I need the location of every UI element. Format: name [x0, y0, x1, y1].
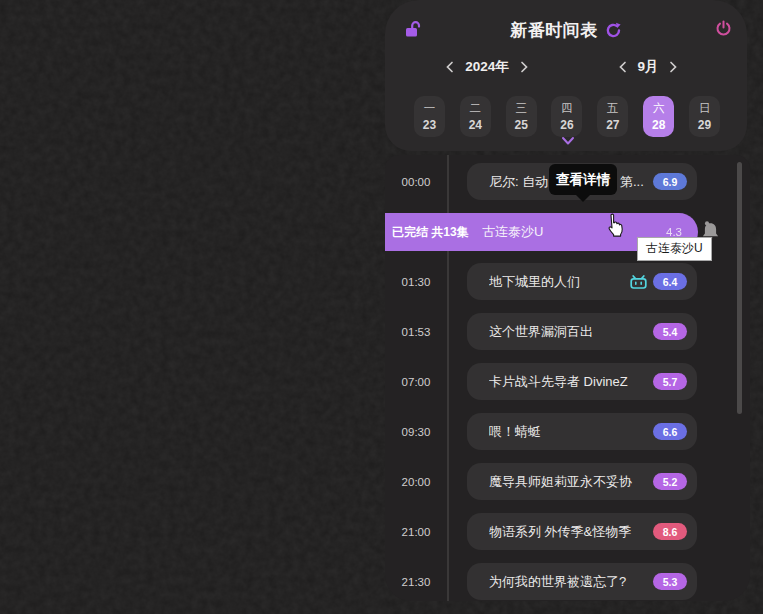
show-title: 地下城里的人们: [489, 273, 630, 291]
time-label: 01:53: [385, 326, 447, 338]
date-selectors: 2024年 9月: [385, 58, 747, 78]
time-label: 21:30: [385, 576, 447, 588]
rating-badge: 5.3: [653, 573, 687, 590]
time-label: 09:30: [385, 426, 447, 438]
day-chip-26[interactable]: 四26: [551, 96, 582, 137]
schedule-list: 00:00尼尔: 自动第...6.9已完结 共13集古连泰沙U4.301:30地…: [385, 155, 750, 601]
rating-badge: 6.9: [653, 173, 687, 190]
show-title: 喂！蜻蜓: [489, 423, 653, 441]
day-week-label: 五: [607, 101, 619, 116]
show-card[interactable]: 为何我的世界被遗忘了?5.3: [467, 563, 697, 600]
day-date-label: 26: [560, 118, 573, 132]
day-chip-27[interactable]: 五27: [597, 96, 628, 137]
calendar-header-card: 新番时间表 2024年: [385, 0, 747, 151]
day-week-label: 二: [470, 101, 482, 116]
year-prev-icon[interactable]: [442, 60, 456, 74]
month-label: 9月: [637, 58, 658, 76]
title-hover-tooltip-label: 古连泰沙U: [646, 241, 703, 255]
show-title-truncated: 第...: [620, 173, 644, 191]
day-date-label: 27: [606, 118, 619, 132]
show-title: 魔导具师妲莉亚永不妥协: [489, 473, 653, 491]
day-date-label: 25: [514, 118, 527, 132]
month-selector: 9月: [615, 58, 681, 76]
schedule-row: 07:00卡片战斗先导者 DivineZ5.7: [385, 363, 750, 400]
time-label: 20:00: [385, 476, 447, 488]
show-card[interactable]: 卡片战斗先导者 DivineZ5.7: [467, 363, 697, 400]
refresh-icon[interactable]: [605, 22, 622, 39]
month-prev-icon[interactable]: [615, 60, 629, 74]
scrollbar-thumb[interactable]: [737, 162, 742, 414]
chevron-down-icon[interactable]: [561, 136, 575, 146]
show-title: 物语系列 外传季&怪物季: [489, 523, 653, 541]
day-chip-24[interactable]: 二24: [460, 96, 491, 137]
day-chip-row: 一23二24三25四26五27六28日29: [385, 96, 747, 137]
month-next-icon[interactable]: [667, 60, 681, 74]
rating-badge: 8.6: [653, 523, 687, 540]
year-selector: 2024年: [442, 58, 532, 76]
day-week-label: 日: [699, 101, 711, 116]
rating-badge: 5.4: [653, 323, 687, 340]
show-card[interactable]: 魔导具师妲莉亚永不妥协5.2: [467, 463, 697, 500]
schedule-row: 21:30为何我的世界被遗忘了?5.3: [385, 563, 750, 600]
titlebar: 新番时间表: [385, 18, 747, 42]
show-title: 古连泰沙U: [482, 223, 543, 241]
page-title: 新番时间表: [510, 19, 598, 42]
anime-schedule-widget: 新番时间表 2024年: [0, 0, 763, 614]
year-label: 2024年: [465, 58, 509, 76]
day-week-label: 四: [561, 101, 573, 116]
completion-status-label: 已完结 共13集: [392, 224, 469, 241]
time-label: 21:00: [385, 526, 447, 538]
day-week-label: 三: [515, 101, 527, 116]
day-week-label: 一: [424, 101, 436, 116]
view-details-tooltip-label: 查看详情: [556, 171, 610, 189]
time-label: 00:00: [385, 176, 447, 188]
time-label: 01:30: [385, 276, 447, 288]
day-date-label: 29: [698, 118, 711, 132]
show-title: 为何我的世界被遗忘了?: [489, 573, 653, 591]
day-chip-23[interactable]: 一23: [414, 96, 445, 137]
tv-icon: [630, 275, 647, 289]
day-chip-25[interactable]: 三25: [506, 96, 537, 137]
show-card[interactable]: 地下城里的人们 6.4: [467, 263, 697, 300]
rating-badge: 5.7: [653, 373, 687, 390]
show-card[interactable]: 喂！蜻蜓6.6: [467, 413, 697, 450]
day-date-label: 28: [652, 118, 665, 132]
schedule-row: 01:30地下城里的人们 6.4: [385, 263, 750, 300]
show-card[interactable]: 这个世界漏洞百出5.4: [467, 313, 697, 350]
show-card[interactable]: 物语系列 外传季&怪物季8.6: [467, 513, 697, 550]
rating-badge: 6.6: [653, 423, 687, 440]
schedule-row: 20:00魔导具师妲莉亚永不妥协5.2: [385, 463, 750, 500]
show-title: 卡片战斗先导者 DivineZ: [489, 373, 653, 391]
schedule-row: 21:00物语系列 外传季&怪物季8.6: [385, 513, 750, 550]
title-hover-tooltip: 古连泰沙U: [637, 237, 712, 261]
view-details-tooltip: 查看详情: [549, 164, 617, 195]
day-date-label: 24: [469, 118, 482, 132]
rating-badge: 6.4: [653, 273, 687, 290]
power-icon[interactable]: [714, 19, 732, 37]
time-label: 07:00: [385, 376, 447, 388]
schedule-row: 01:53这个世界漏洞百出5.4: [385, 313, 750, 350]
day-chip-29[interactable]: 日29: [689, 96, 720, 137]
day-week-label: 六: [653, 101, 665, 116]
year-next-icon[interactable]: [518, 60, 532, 74]
show-title: 这个世界漏洞百出: [489, 323, 653, 341]
day-date-label: 23: [423, 118, 436, 132]
day-chip-28[interactable]: 六28: [643, 96, 674, 137]
rating-badge: 5.2: [653, 473, 687, 490]
schedule-row: 09:30喂！蜻蜓6.6: [385, 413, 750, 450]
